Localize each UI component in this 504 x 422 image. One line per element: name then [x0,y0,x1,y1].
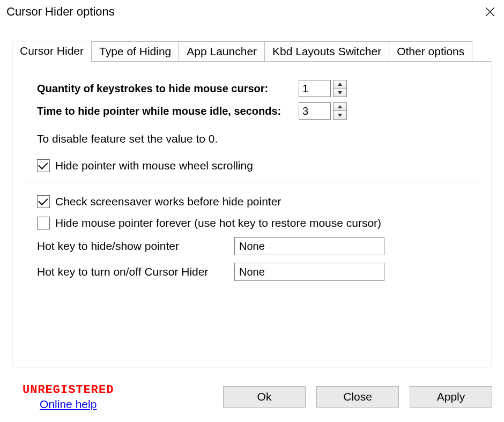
tabstrip: Cursor Hider Type of Hiding App Launcher… [12,40,492,62]
window-title: Cursor Hider options [6,5,115,19]
chevron-up-icon [338,83,342,86]
disable-hint: To disable feature set the value to 0. [37,132,467,145]
hide-with-wheel-label: Hide pointer with mouse wheel scrolling [55,159,253,172]
close-icon [485,7,495,17]
registration-area: UNREGISTERED Online help [23,383,114,411]
hotkey-onoff-input[interactable] [234,263,384,281]
options-window: Cursor Hider options Cursor Hider Type o… [0,0,504,422]
idle-spin-down[interactable] [333,111,346,119]
idle-spinner [333,102,347,120]
tab-label: Cursor Hider [20,45,84,57]
hotkey-onoff-label: Hot key to turn on/off Cursor Hider [37,265,234,278]
ok-button[interactable]: Ok [223,386,306,408]
tab-label: App Launcher [187,45,257,57]
keystrokes-spinner [333,80,347,97]
keystrokes-spin-down[interactable] [333,88,346,97]
idle-spin-up[interactable] [333,103,346,111]
tab-label: Kbd Layouts Switcher [272,45,381,57]
idle-label: Time to hide pointer while mouse idle, s… [37,105,295,117]
chevron-down-icon [338,91,342,94]
chevron-up-icon [338,105,342,108]
tab-label: Other options [397,45,464,57]
footer: UNREGISTERED Online help Ok Close Apply [0,378,504,422]
titlebar: Cursor Hider options [0,0,504,24]
tab-type-of-hiding[interactable]: Type of Hiding [91,41,179,62]
close-button[interactable]: Close [316,386,399,408]
hotkey-hideshow-input[interactable] [234,237,384,255]
chevron-down-icon [338,114,342,117]
check-screensaver-checkbox[interactable] [37,195,50,208]
idle-input[interactable] [299,102,331,120]
apply-button[interactable]: Apply [410,386,492,408]
separator [24,182,480,182]
tab-app-launcher[interactable]: App Launcher [179,41,265,62]
hotkey-hideshow-label: Hot key to hide/show pointer [37,240,234,253]
close-window-button[interactable] [478,0,502,24]
tab-other-options[interactable]: Other options [389,41,472,62]
hide-forever-checkbox[interactable] [37,217,50,229]
tab-cursor-hider[interactable]: Cursor Hider [12,41,92,62]
hide-with-wheel-checkbox[interactable] [37,159,50,172]
check-screensaver-label: Check screensaver works before hide poin… [55,195,281,208]
hide-forever-label: Hide mouse pointer forever (use hot key … [55,217,381,229]
unregistered-label: UNREGISTERED [23,383,114,397]
tab-panel-cursor-hider: Quantity of keystrokes to hide mouse cur… [12,61,492,367]
tab-label: Type of Hiding [99,45,171,57]
keystrokes-spin-up[interactable] [333,80,346,88]
tab-kbd-layouts-switcher[interactable]: Kbd Layouts Switcher [264,41,389,62]
keystrokes-input[interactable] [299,80,331,97]
keystrokes-label: Quantity of keystrokes to hide mouse cur… [37,83,295,95]
online-help-link[interactable]: Online help [40,398,97,411]
